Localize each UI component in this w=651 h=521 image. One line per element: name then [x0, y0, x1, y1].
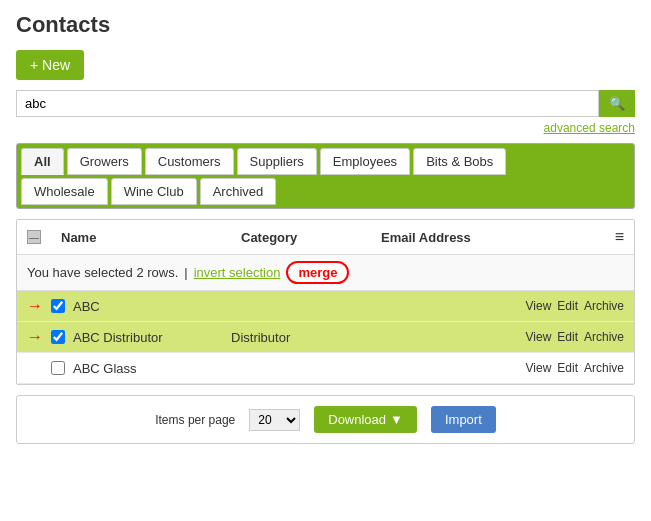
search-input[interactable] [16, 90, 599, 117]
pagination-bar: Items per page 20 50 100 Download ▼ Impo… [16, 395, 635, 444]
tab-suppliers[interactable]: Suppliers [237, 148, 317, 175]
col-category-header: Category [241, 230, 361, 245]
row-actions: View Edit Archive [526, 361, 625, 375]
col-name-header: Name [61, 230, 221, 245]
row-name: ABC Glass [73, 361, 223, 376]
row-arrow-icon: → [27, 328, 43, 346]
tab-customers[interactable]: Customers [145, 148, 234, 175]
contacts-table: — Name Category Email Address ≡ You have… [16, 219, 635, 385]
tab-wine-club[interactable]: Wine Club [111, 178, 197, 205]
items-per-page-select[interactable]: 20 50 100 [249, 409, 300, 431]
view-link[interactable]: View [526, 330, 552, 344]
search-button[interactable]: 🔍 [599, 90, 635, 117]
selection-text: You have selected 2 rows. [27, 265, 178, 280]
row-checkbox[interactable] [51, 299, 65, 313]
advanced-search-link[interactable]: advanced search [16, 121, 635, 135]
merge-button[interactable]: merge [286, 261, 349, 284]
page-title: Contacts [16, 12, 635, 38]
tab-employees[interactable]: Employees [320, 148, 410, 175]
row-actions: View Edit Archive [526, 299, 625, 313]
archive-link[interactable]: Archive [584, 330, 624, 344]
column-toggle[interactable]: — [27, 230, 41, 244]
tab-archived[interactable]: Archived [200, 178, 277, 205]
archive-link[interactable]: Archive [584, 299, 624, 313]
selection-bar: You have selected 2 rows. | invert selec… [17, 255, 634, 291]
import-button[interactable]: Import [431, 406, 496, 433]
row-checkbox[interactable] [51, 361, 65, 375]
tab-wholesale[interactable]: Wholesale [21, 178, 108, 205]
download-arrow-icon: ▼ [390, 412, 403, 427]
invert-selection-link[interactable]: invert selection [194, 265, 281, 280]
tabs-row-2: Wholesale Wine Club Archived [21, 178, 630, 205]
search-icon: 🔍 [609, 96, 625, 111]
items-per-page-label: Items per page [155, 413, 235, 427]
edit-link[interactable]: Edit [557, 330, 578, 344]
archive-link[interactable]: Archive [584, 361, 624, 375]
table-header: — Name Category Email Address ≡ [17, 220, 634, 255]
edit-link[interactable]: Edit [557, 299, 578, 313]
row-name: ABC [73, 299, 223, 314]
table-row: → ABC Distributor Distributor View Edit … [17, 322, 634, 353]
tabs-row-1: All Growers Customers Suppliers Employee… [21, 148, 630, 175]
view-link[interactable]: View [526, 361, 552, 375]
new-button[interactable]: + New [16, 50, 84, 80]
view-link[interactable]: View [526, 299, 552, 313]
row-category: Distributor [231, 330, 331, 345]
table-row: → ABC Glass View Edit Archive [17, 353, 634, 384]
row-checkbox[interactable] [51, 330, 65, 344]
row-actions: View Edit Archive [526, 330, 625, 344]
column-menu-icon[interactable]: ≡ [615, 228, 624, 246]
download-label: Download [328, 412, 386, 427]
tab-all[interactable]: All [21, 148, 64, 175]
edit-link[interactable]: Edit [557, 361, 578, 375]
col-email-header: Email Address [381, 230, 595, 245]
row-name: ABC Distributor [73, 330, 223, 345]
separator: | [184, 265, 187, 280]
table-row: → ABC View Edit Archive [17, 291, 634, 322]
row-arrow-icon: → [27, 297, 43, 315]
tab-growers[interactable]: Growers [67, 148, 142, 175]
download-button[interactable]: Download ▼ [314, 406, 417, 433]
tabs-container: All Growers Customers Suppliers Employee… [16, 143, 635, 209]
tab-bits-bobs[interactable]: Bits & Bobs [413, 148, 506, 175]
